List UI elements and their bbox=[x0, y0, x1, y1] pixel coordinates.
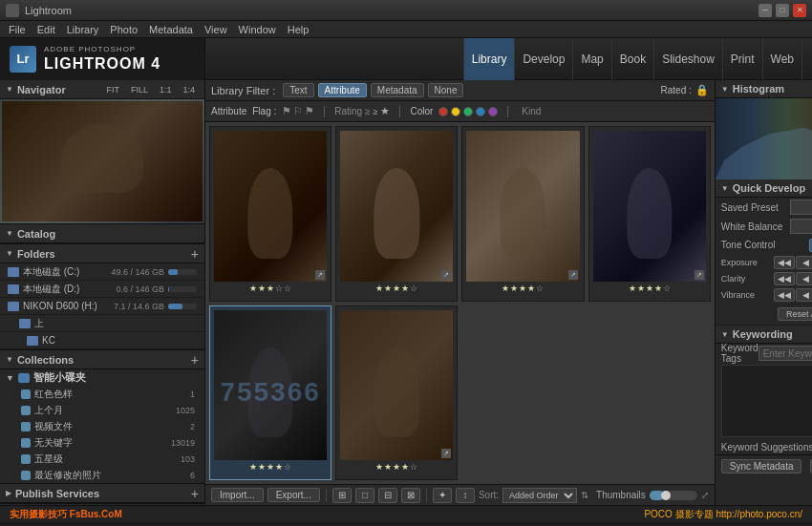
filter-attribute-btn[interactable]: Attribute bbox=[318, 83, 367, 97]
histogram-header[interactable]: ▼ Histogram ▼ bbox=[716, 80, 812, 98]
menu-file[interactable]: File bbox=[4, 24, 31, 35]
minimize-button[interactable]: ─ bbox=[759, 4, 772, 17]
1to1-btn[interactable]: 1:1 bbox=[156, 85, 176, 95]
color-blue[interactable] bbox=[476, 107, 485, 116]
maximize-button[interactable]: □ bbox=[776, 4, 789, 17]
collection-item-0[interactable]: 红色色样 1 bbox=[0, 386, 204, 402]
close-button[interactable]: ✕ bbox=[793, 4, 806, 17]
qd-exp-dl[interactable]: ◀◀ bbox=[774, 256, 795, 269]
nav-library[interactable]: Library bbox=[463, 38, 516, 80]
qd-clar-dl[interactable]: ◀◀ bbox=[774, 272, 795, 285]
navigator-header[interactable]: ▼ Navigator FIT FILL 1:1 1:4 bbox=[0, 80, 204, 99]
fit-btn[interactable]: FIT bbox=[102, 85, 123, 95]
collection-name-3: 无关键字 bbox=[34, 436, 171, 450]
flag-icon-1[interactable]: ⚑ bbox=[282, 105, 291, 117]
fill-btn[interactable]: FILL bbox=[127, 85, 152, 95]
photo-cell-5[interactable]: 755366 ★★★★☆ bbox=[209, 305, 331, 481]
nav-web[interactable]: Web bbox=[763, 38, 802, 80]
publish-services-header[interactable]: ▶ Publish Services + bbox=[0, 484, 204, 503]
folder-name-d: 本地磁盘 (D:) bbox=[23, 283, 112, 296]
sort-direction-icon[interactable]: ⇅ bbox=[581, 490, 588, 500]
rating-stars[interactable]: ★ bbox=[380, 105, 390, 117]
folder-item-c[interactable]: 本地磁盘 (C:) 49.6 / 146 GB bbox=[0, 263, 204, 281]
photo-cell-1[interactable]: ↗ ★★★☆☆ bbox=[209, 126, 331, 302]
qd-vib-dl2[interactable]: ◀ bbox=[796, 288, 812, 302]
qd-exp-dl2[interactable]: ◀ bbox=[796, 256, 812, 269]
publish-services-add-btn[interactable]: + bbox=[191, 486, 199, 501]
folder-item-d[interactable]: 本地磁盘 (D:) 0.6 / 146 GB bbox=[0, 281, 204, 298]
collection-item-5[interactable]: 最近修改的照片 6 bbox=[0, 467, 204, 483]
loupe-view-btn[interactable]: □ bbox=[355, 488, 374, 503]
photo-cell-3[interactable]: ↗ ★★★★☆ bbox=[461, 126, 584, 302]
catalog-header[interactable]: ▼ Catalog bbox=[0, 224, 204, 243]
qd-reset-btn[interactable]: Reset All bbox=[778, 307, 812, 321]
menu-metadata[interactable]: Metadata bbox=[144, 24, 198, 35]
app-icon bbox=[6, 4, 19, 17]
sort-order-btn[interactable]: ↕ bbox=[456, 488, 475, 503]
grid-view-btn[interactable]: ⊞ bbox=[332, 488, 352, 503]
filter-text-btn[interactable]: Text bbox=[283, 83, 313, 97]
keywording-header[interactable]: ▼ Keywording ▼ bbox=[716, 326, 812, 344]
photo-stars-3: ★★★★☆ bbox=[502, 284, 544, 293]
color-red[interactable] bbox=[438, 107, 448, 116]
collection-item-2[interactable]: 视频文件 2 bbox=[0, 418, 204, 434]
menu-help[interactable]: Help bbox=[283, 24, 314, 35]
export-button[interactable]: Export... bbox=[267, 488, 320, 502]
nav-develop[interactable]: Develop bbox=[515, 38, 573, 80]
photo-cell-6[interactable]: ↗ ★★★★☆ bbox=[335, 305, 458, 481]
menu-edit[interactable]: Edit bbox=[32, 24, 60, 35]
nav-print[interactable]: Print bbox=[723, 38, 763, 80]
kw-label: Keywording bbox=[733, 328, 812, 340]
import-button[interactable]: Import... bbox=[211, 488, 264, 502]
collection-group-smart[interactable]: ▼ 智能小碟夹 bbox=[0, 369, 204, 386]
survey-view-btn[interactable]: ⊠ bbox=[401, 488, 420, 503]
folder-item-u[interactable]: 上 bbox=[0, 315, 204, 332]
color-yellow[interactable] bbox=[451, 107, 460, 116]
folders-add-btn[interactable]: + bbox=[191, 246, 199, 262]
kw-input[interactable] bbox=[759, 346, 812, 361]
folder-item-kc[interactable]: KC bbox=[0, 332, 204, 349]
qd-wb-select[interactable] bbox=[790, 219, 812, 234]
collection-item-1[interactable]: 上个月 1025 bbox=[0, 402, 204, 418]
color-purple[interactable] bbox=[488, 107, 498, 116]
photo-stars-1: ★★★☆☆ bbox=[249, 284, 291, 293]
spray-btn[interactable]: ✦ bbox=[433, 488, 452, 503]
nav-slideshow[interactable]: Slideshow bbox=[654, 38, 723, 80]
collection-item-4[interactable]: 五星级 103 bbox=[0, 451, 204, 467]
window-controls: ─ □ ✕ bbox=[759, 4, 806, 17]
filter-none-btn[interactable]: None bbox=[428, 83, 464, 97]
photo-cell-2[interactable]: ↗ ★★★★☆ bbox=[335, 126, 458, 302]
menu-view[interactable]: View bbox=[200, 24, 232, 35]
collections-add-btn[interactable]: + bbox=[191, 352, 199, 368]
qd-clar-dl2[interactable]: ◀ bbox=[796, 272, 812, 285]
nav-map[interactable]: Map bbox=[573, 38, 611, 80]
flag-icon-3[interactable]: ⚑ bbox=[305, 105, 314, 117]
photo-cell-4[interactable]: ↗ ★★★★☆ bbox=[588, 126, 711, 302]
qd-preset-select[interactable] bbox=[790, 200, 812, 215]
menu-library[interactable]: Library bbox=[62, 24, 104, 35]
collection-item-3[interactable]: 无关键字 13019 bbox=[0, 434, 204, 451]
folder-icon-c bbox=[8, 267, 19, 277]
sync-meta-btn[interactable]: Sync Metadata bbox=[721, 459, 802, 473]
folders-header[interactable]: ▼ Folders + bbox=[0, 244, 204, 263]
nav-book[interactable]: Book bbox=[612, 38, 654, 80]
thumbnails-label: Thumbnails bbox=[596, 490, 646, 500]
quick-develop-header[interactable]: ▼ Quick Develop ▼ bbox=[716, 179, 812, 198]
flag-icon-2[interactable]: ⚐ bbox=[293, 105, 303, 117]
compare-view-btn[interactable]: ⊟ bbox=[378, 488, 397, 503]
menu-window[interactable]: Window bbox=[234, 24, 281, 35]
thumbnail-size-slider[interactable] bbox=[650, 491, 697, 500]
collections-header[interactable]: ▼ Collections + bbox=[0, 350, 204, 369]
filter-metadata-btn[interactable]: Metadata bbox=[371, 83, 424, 97]
attr-divider-2 bbox=[399, 106, 400, 117]
qd-vib-dl[interactable]: ◀◀ bbox=[774, 288, 795, 302]
sort-select[interactable]: Added Order bbox=[502, 488, 577, 503]
color-green[interactable] bbox=[463, 107, 473, 116]
poco-watermark: POCO 摄影专题 http://photo.poco.cn/ bbox=[716, 477, 812, 505]
menu-photo[interactable]: Photo bbox=[105, 24, 142, 35]
expand-icon[interactable]: ⤢ bbox=[701, 490, 709, 500]
catalog-section: ▼ Catalog bbox=[0, 224, 204, 244]
publish-services-label: Publish Services bbox=[15, 488, 99, 499]
folder-item-h[interactable]: NIKON D600 (H:) 7.1 / 14.6 GB bbox=[0, 298, 204, 315]
1to4-btn[interactable]: 1:4 bbox=[179, 85, 199, 95]
